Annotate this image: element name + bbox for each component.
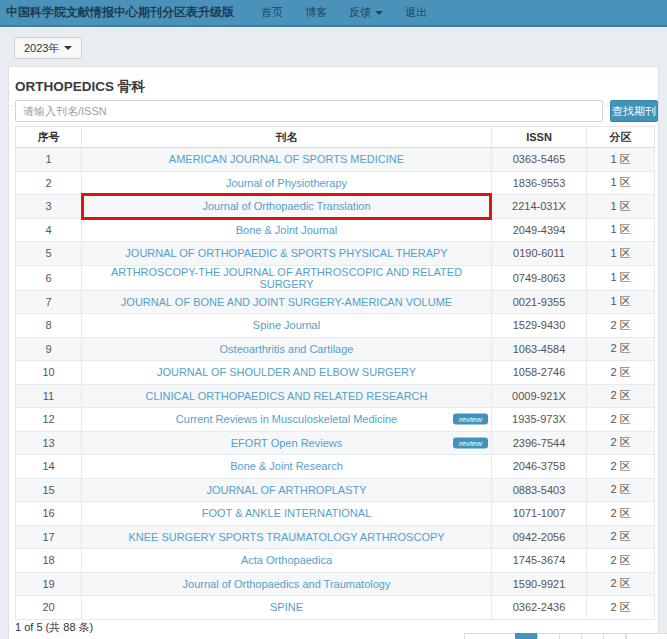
partition-cell: 2 区 bbox=[587, 408, 655, 432]
pagination-button[interactable]: 4 bbox=[581, 633, 604, 639]
journal-link[interactable]: SPINE bbox=[270, 601, 303, 613]
partition-cell: 2 区 bbox=[587, 431, 655, 455]
journal-link[interactable]: Journal of Physiotherapy bbox=[226, 177, 347, 189]
issn-cell: 1063-4584 bbox=[492, 337, 587, 361]
table-row: 12Current Reviews in Musculoskeletal Med… bbox=[16, 408, 655, 432]
journal-link[interactable]: Osteoarthritis and Cartilage bbox=[220, 343, 354, 355]
issn-cell: 1745-3674 bbox=[492, 549, 587, 573]
partition-cell: 2 区 bbox=[587, 525, 655, 549]
pagination-button[interactable]: 5 bbox=[603, 633, 626, 639]
partition-cell: 2 区 bbox=[587, 502, 655, 526]
nav-item-blog-label: 博客 bbox=[305, 5, 327, 20]
table-row: 6ARTHROSCOPY-THE JOURNAL OF ARTHROSCOPIC… bbox=[16, 265, 655, 290]
nav-item-logout[interactable]: 退出 bbox=[394, 5, 438, 20]
journal-link[interactable]: JOURNAL OF ORTHOPAEDIC & SPORTS PHYSICAL… bbox=[125, 247, 447, 259]
review-badge: review bbox=[453, 414, 488, 425]
column-header-name: 刊名 bbox=[82, 127, 492, 148]
nav-item-feedback-label: 反馈 bbox=[349, 5, 371, 20]
journal-link[interactable]: JOURNAL OF ARTHROPLASTY bbox=[206, 484, 366, 496]
journal-link[interactable]: Journal of Orthopaedic Translation bbox=[202, 200, 370, 212]
journal-name-cell: JOURNAL OF ORTHOPAEDIC & SPORTS PHYSICAL… bbox=[82, 242, 492, 266]
journal-link[interactable]: Spine Journal bbox=[253, 319, 320, 331]
journal-name-cell: JOURNAL OF ARTHROPLASTY bbox=[82, 478, 492, 502]
main-panel: ORTHOPEDICS 骨科 查找期刊 序号 刊名 ISSN 分区 1AMERI… bbox=[8, 66, 659, 639]
table-row: 17KNEE SURGERY SPORTS TRAUMATOLOGY ARTHR… bbox=[16, 525, 655, 549]
year-dropdown-button[interactable]: 2023年 bbox=[14, 37, 82, 59]
review-badge: review bbox=[453, 437, 488, 448]
nav-item-home-label: 首页 bbox=[261, 5, 283, 20]
search-journal-button[interactable]: 查找期刊 bbox=[610, 100, 658, 122]
pagination-button[interactable]: » bbox=[626, 633, 667, 639]
nav-item-feedback[interactable]: 反馈 bbox=[338, 5, 394, 20]
column-header-index: 序号 bbox=[16, 127, 82, 148]
row-index: 13 bbox=[16, 431, 82, 455]
table-row: 19Journal of Orthopaedics and Traumatolo… bbox=[16, 572, 655, 596]
journal-link[interactable]: FOOT & ANKLE INTERNATIONAL bbox=[202, 507, 372, 519]
table-row: 20SPINE0362-24362 区 bbox=[16, 596, 655, 620]
row-index: 18 bbox=[16, 549, 82, 573]
partition-cell: 2 区 bbox=[587, 549, 655, 573]
column-header-partition: 分区 bbox=[587, 127, 655, 148]
row-index: 10 bbox=[16, 361, 82, 385]
journal-link[interactable]: EFORT Open Reviews bbox=[231, 437, 342, 449]
partition-cell: 2 区 bbox=[587, 596, 655, 620]
table-row: 13EFORT Open Reviewsreview2396-75442 区 bbox=[16, 431, 655, 455]
issn-cell: 1590-9921 bbox=[492, 572, 587, 596]
issn-cell: 2214-031X bbox=[492, 195, 587, 219]
pagination-button[interactable]: 1 bbox=[515, 633, 538, 639]
journal-link[interactable]: JOURNAL OF SHOULDER AND ELBOW SURGERY bbox=[157, 366, 416, 378]
table-row: 18Acta Orthopaedica1745-36742 区 bbox=[16, 549, 655, 573]
row-index: 6 bbox=[16, 265, 82, 290]
journal-link[interactable]: JOURNAL OF BONE AND JOINT SURGERY-AMERIC… bbox=[121, 296, 452, 308]
journal-name-cell: SPINE bbox=[82, 596, 492, 620]
table-row: 1AMERICAN JOURNAL OF SPORTS MEDICINE0363… bbox=[16, 148, 655, 172]
row-index: 16 bbox=[16, 502, 82, 526]
partition-cell: 1 区 bbox=[587, 171, 655, 195]
row-index: 12 bbox=[16, 408, 82, 432]
partition-cell: 2 区 bbox=[587, 384, 655, 408]
journal-name-cell: AMERICAN JOURNAL OF SPORTS MEDICINE bbox=[82, 148, 492, 172]
journal-link[interactable]: ARTHROSCOPY-THE JOURNAL OF ARTHROSCOPIC … bbox=[111, 266, 462, 290]
journal-name-cell: Spine Journal bbox=[82, 314, 492, 338]
table-row: 9Osteoarthritis and Cartilage1063-45842 … bbox=[16, 337, 655, 361]
nav-menu: 首页 博客 反馈 退出 bbox=[250, 5, 438, 20]
nav-item-home[interactable]: 首页 bbox=[250, 5, 294, 20]
caret-down-icon bbox=[64, 46, 72, 50]
issn-cell: 1935-973X bbox=[492, 408, 587, 432]
table-row: 16FOOT & ANKLE INTERNATIONAL1071-10072 区 bbox=[16, 502, 655, 526]
table-row: 4Bone & Joint Journal2049-43941 区 bbox=[16, 218, 655, 242]
pagination-button[interactable]: « bbox=[464, 633, 516, 639]
pagination-button[interactable]: 3 bbox=[559, 633, 582, 639]
journal-link[interactable]: KNEE SURGERY SPORTS TRAUMATOLOGY ARTHROS… bbox=[128, 531, 444, 543]
issn-cell: 2049-4394 bbox=[492, 218, 587, 242]
journal-link[interactable]: AMERICAN JOURNAL OF SPORTS MEDICINE bbox=[169, 153, 404, 165]
journal-name-cell: Journal of Orthopaedic Translation bbox=[82, 195, 492, 219]
page: 中国科学院文献情报中心期刊分区表升级版 首页 博客 反馈 退出 2023年 OR… bbox=[0, 0, 667, 639]
pagination: «12345» bbox=[464, 633, 667, 639]
partition-cell: 1 区 bbox=[587, 242, 655, 266]
table-row: 15JOURNAL OF ARTHROPLASTY0883-54032 区 bbox=[16, 478, 655, 502]
journal-name-cell: Acta Orthopaedica bbox=[82, 549, 492, 573]
search-bar: 查找期刊 bbox=[15, 100, 654, 122]
issn-cell: 1071-1007 bbox=[492, 502, 587, 526]
issn-cell: 1529-9430 bbox=[492, 314, 587, 338]
pagination-button[interactable]: 2 bbox=[537, 633, 560, 639]
journal-link[interactable]: Bone & Joint Research bbox=[230, 460, 343, 472]
journal-link[interactable]: Journal of Orthopaedics and Traumatology bbox=[183, 578, 391, 590]
table-row: 11CLINICAL ORTHOPAEDICS AND RELATED RESE… bbox=[16, 384, 655, 408]
journal-link[interactable]: CLINICAL ORTHOPAEDICS AND RELATED RESEAR… bbox=[146, 390, 428, 402]
journal-name-cell: CLINICAL ORTHOPAEDICS AND RELATED RESEAR… bbox=[82, 384, 492, 408]
table-row: 14Bone & Joint Research2046-37582 区 bbox=[16, 455, 655, 479]
category-title: ORTHOPEDICS 骨科 bbox=[15, 79, 145, 94]
nav-item-blog[interactable]: 博客 bbox=[294, 5, 338, 20]
journal-link[interactable]: Bone & Joint Journal bbox=[236, 224, 338, 236]
column-header-issn: ISSN bbox=[492, 127, 587, 148]
journal-link[interactable]: Current Reviews in Musculoskeletal Medic… bbox=[176, 413, 397, 425]
row-index: 3 bbox=[16, 195, 82, 219]
journal-link[interactable]: Acta Orthopaedica bbox=[241, 554, 332, 566]
partition-cell: 1 区 bbox=[587, 195, 655, 219]
row-index: 5 bbox=[16, 242, 82, 266]
search-input[interactable] bbox=[15, 100, 603, 122]
issn-cell: 0363-5465 bbox=[492, 148, 587, 172]
row-index: 1 bbox=[16, 148, 82, 172]
